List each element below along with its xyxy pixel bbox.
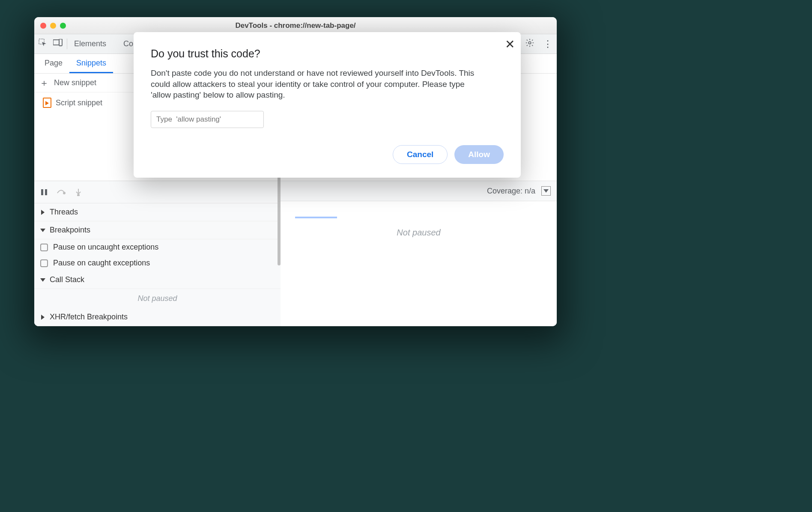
svg-point-6 [63,192,65,194]
callstack-section[interactable]: Call Stack [34,271,281,289]
disclosure-right-icon [41,210,45,215]
scrollbar-thumb[interactable] [278,167,281,265]
callstack-label: Call Stack [50,275,84,284]
svg-rect-5 [45,189,47,195]
svg-point-3 [528,42,531,44]
checkbox-icon[interactable] [40,259,48,267]
pause-icon[interactable] [39,188,49,197]
svg-point-7 [78,194,79,196]
disclosure-right-icon [41,315,45,320]
xhr-breakpoints-label: XHR/fetch Breakpoints [50,313,128,321]
plus-icon: ＋ [39,77,49,89]
disclosure-down-icon [40,229,45,232]
snippet-file-icon [43,98,51,108]
window-title: DevTools - chrome://new-tab-page/ [34,21,557,30]
device-toggle-icon[interactable] [53,39,63,49]
inspect-icon[interactable] [39,39,47,49]
snippet-file-label: Script snippet [56,98,102,107]
pause-caught-row[interactable]: Pause on caught exceptions [34,255,281,271]
disclosure-down-icon [40,278,45,282]
gear-icon[interactable] [525,38,534,50]
editor-statusbar: Coverage: n/a [281,181,557,201]
debugger-panel: Threads Breakpoints Pause on uncaught ex… [34,181,281,326]
subtab-page[interactable]: Page [38,54,69,73]
new-snippet-label: New snippet [54,78,96,87]
subtab-snippets[interactable]: Snippets [69,54,113,73]
kebab-icon[interactable]: ⋮ [543,39,552,50]
debugger-toolbar [34,181,281,203]
dialog-body: Don't paste code you do not understand o… [151,68,476,101]
pause-uncaught-label: Pause on uncaught exceptions [53,243,158,252]
step-into-icon[interactable] [74,188,83,197]
trust-code-dialog: ✕ Do you trust this code? Don't paste co… [134,32,521,178]
svg-rect-4 [41,189,43,195]
svg-rect-1 [53,40,59,45]
allow-pasting-input[interactable] [151,111,264,128]
threads-label: Threads [50,208,78,217]
xhr-breakpoints-section[interactable]: XHR/fetch Breakpoints [34,308,281,326]
breakpoints-label: Breakpoints [50,226,90,235]
chevron-down-icon [543,189,549,193]
breakpoints-section[interactable]: Breakpoints [34,221,281,239]
pause-caught-label: Pause on caught exceptions [53,259,150,268]
dialog-title: Do you trust this code? [151,48,504,60]
tab-elements[interactable]: Elements [74,39,106,48]
step-over-icon[interactable] [57,188,66,197]
svg-rect-2 [59,39,62,46]
toggle-drawer-icon[interactable] [541,186,551,196]
coverage-label: Coverage: n/a [487,187,535,196]
allow-button[interactable]: Allow [454,145,504,164]
checkbox-icon[interactable] [40,244,48,251]
close-icon[interactable]: ✕ [505,37,515,51]
threads-section[interactable]: Threads [34,203,281,221]
cancel-button[interactable]: Cancel [393,145,448,164]
callstack-not-paused: Not paused [34,289,281,308]
pause-uncaught-row[interactable]: Pause on uncaught exceptions [34,239,281,255]
watch-not-paused: Not paused [281,228,557,238]
active-tab-underline [295,217,337,218]
titlebar: DevTools - chrome://new-tab-page/ [34,17,557,34]
devtools-window: DevTools - chrome://new-tab-page/ Elemen… [34,17,557,326]
